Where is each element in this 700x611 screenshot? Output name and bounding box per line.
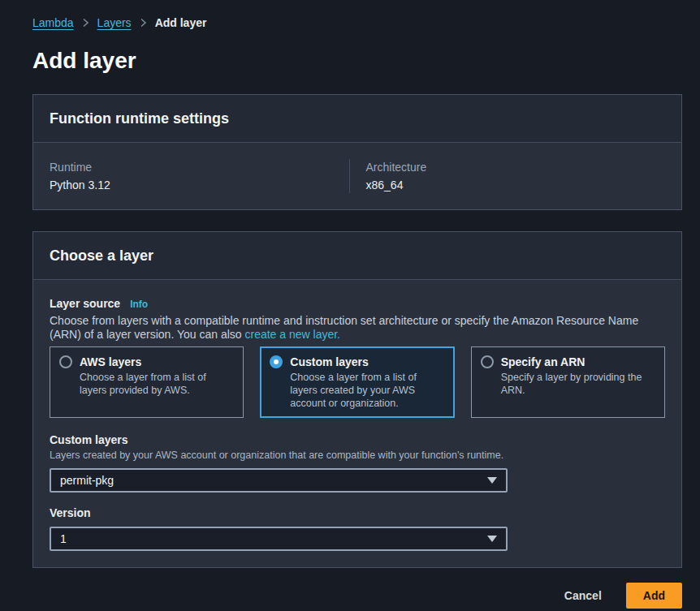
custom-layers-select-value: permit-pkg [60,474,114,487]
version-label: Version [50,506,665,520]
function-runtime-settings-card: Function runtime settings Runtime Python… [32,94,682,210]
tile-title: Custom layers [290,355,444,369]
card-title: Choose a layer [50,246,665,265]
runtime-column: Runtime Python 3.12 [50,159,349,193]
card-header: Choose a layer [33,232,681,280]
footer-actions: Cancel Add [32,583,682,609]
tile-text: Specify an ARN Specify a layer by provid… [501,355,655,397]
runtime-value: Python 3.12 [50,177,349,193]
version-group: Version 1 [50,506,665,551]
version-select-value: 1 [60,532,67,545]
tile-description: Specify a layer by providing the ARN. [501,371,655,397]
add-layer-page: Lambda Layers Add layer Add layer Functi… [0,0,700,609]
layer-source-description: Choose from layers with a compatible run… [50,314,665,342]
tile-description: Choose a layer from a list of layers cre… [290,371,444,410]
chevron-right-icon [82,18,89,28]
create-new-layer-link[interactable]: create a new layer. [244,328,340,341]
card-body: Runtime Python 3.12 Architecture x86_64 [33,143,681,209]
tile-description: Choose a layer from a list of layers pro… [80,371,234,397]
chevron-right-icon [140,18,147,28]
custom-layers-select[interactable]: permit-pkg [50,468,508,493]
tile-aws-layers[interactable]: AWS layers Choose a layer from a list of… [50,346,244,418]
breadcrumb-link-lambda[interactable]: Lambda [32,16,74,29]
page-title: Add layer [32,49,682,73]
tile-text: AWS layers Choose a layer from a list of… [80,355,234,397]
breadcrumb-current-add-layer: Add layer [155,16,207,29]
custom-layers-description: Layers created by your AWS account or or… [50,450,665,462]
custom-layers-group: Custom layers Layers created by your AWS… [50,432,665,493]
runtime-settings-row: Runtime Python 3.12 Architecture x86_64 [50,159,665,193]
add-button[interactable]: Add [626,583,682,609]
radio-icon[interactable] [481,355,494,368]
caret-down-icon [487,477,497,484]
architecture-label: Architecture [366,159,666,175]
tile-title: Specify an ARN [501,355,655,369]
layer-source-tiles: AWS layers Choose a layer from a list of… [50,346,665,418]
version-select[interactable]: 1 [50,527,508,551]
architecture-value: x86_64 [366,177,666,193]
architecture-column: Architecture x86_64 [349,159,666,193]
breadcrumb-link-layers[interactable]: Layers [97,16,132,29]
radio-checked-icon[interactable] [270,355,283,368]
card-body: Layer source Info Choose from layers wit… [33,280,681,567]
runtime-label: Runtime [50,159,349,175]
layer-source-description-text: Choose from layers with a compatible run… [50,314,638,341]
card-header: Function runtime settings [33,95,681,143]
card-title: Function runtime settings [50,109,665,128]
tile-custom-layers[interactable]: Custom layers Choose a layer from a list… [260,346,454,418]
choose-a-layer-card: Choose a layer Layer source Info Choose … [32,231,682,568]
radio-icon[interactable] [59,355,72,368]
custom-layers-label: Custom layers [50,432,665,447]
breadcrumb: Lambda Layers Add layer [32,0,682,29]
cancel-button[interactable]: Cancel [564,589,602,602]
tile-title: AWS layers [80,355,234,369]
layer-source-label-row: Layer source Info [50,296,665,311]
tile-specify-an-arn[interactable]: Specify an ARN Specify a layer by provid… [471,346,665,418]
layer-source-label: Layer source [50,296,120,311]
caret-down-icon [487,536,497,542]
info-link[interactable]: Info [130,299,148,310]
tile-text: Custom layers Choose a layer from a list… [290,355,444,410]
